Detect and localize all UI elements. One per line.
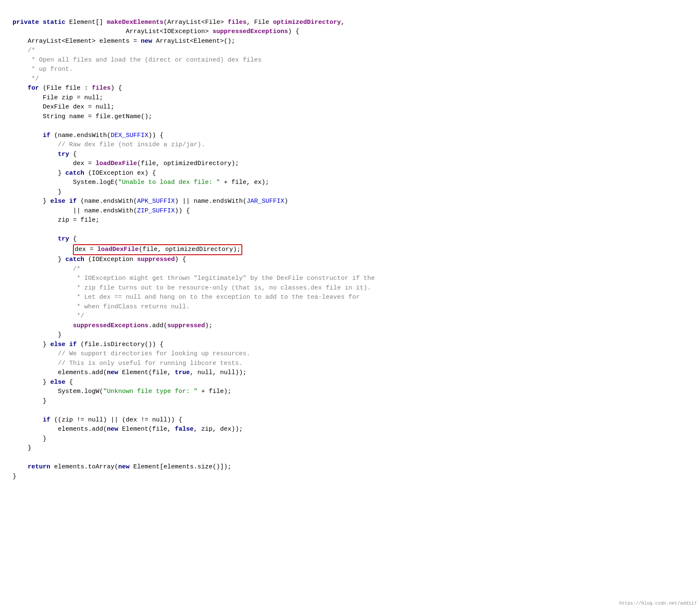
code-content: private static Element[] makeDexElements… — [13, 19, 375, 480]
code-viewer: private static Element[] makeDexElements… — [13, 8, 687, 481]
highlighted-line: dex = loadDexFile(file, optimizedDirecto… — [73, 244, 242, 256]
